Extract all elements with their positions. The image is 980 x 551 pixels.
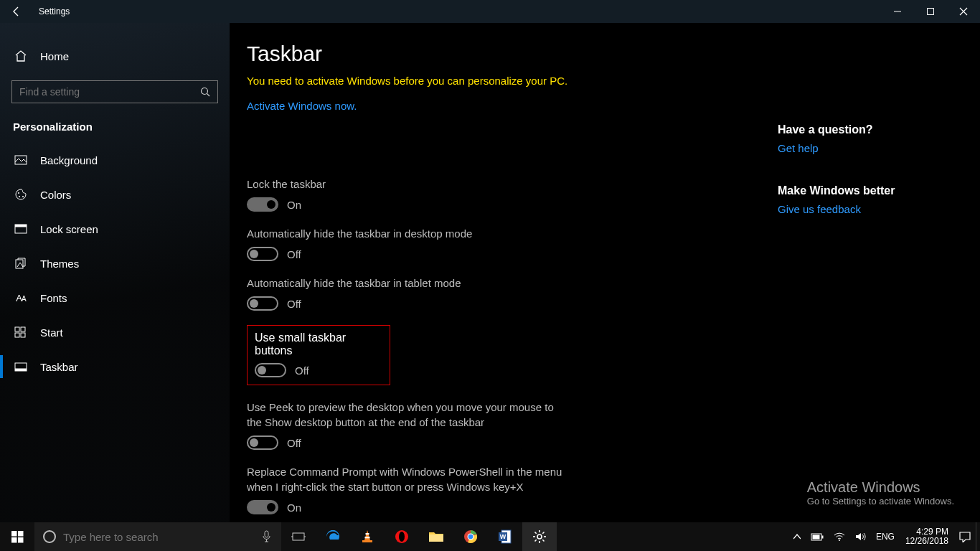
titlebar: Settings bbox=[0, 0, 980, 23]
search-box[interactable] bbox=[11, 80, 218, 103]
setting-autohide-tablet: Automatically hide the taskbar in tablet… bbox=[247, 276, 562, 311]
activation-watermark: Activate Windows Go to Settings to activ… bbox=[807, 479, 954, 507]
taskbar-search-input[interactable] bbox=[63, 531, 255, 543]
setting-peek: Use Peek to preview the desktop when you… bbox=[247, 400, 562, 450]
svg-line-43 bbox=[542, 540, 544, 541]
svg-rect-47 bbox=[821, 535, 823, 538]
toggle-state: Off bbox=[287, 298, 301, 310]
clock-date: 12/26/2018 bbox=[905, 537, 948, 546]
home-button[interactable]: Home bbox=[0, 43, 230, 69]
taskbar-app-chrome[interactable] bbox=[453, 522, 488, 551]
sidebar-item-lockscreen[interactable]: Lock screen bbox=[0, 212, 230, 246]
app-title: Settings bbox=[39, 6, 70, 17]
show-desktop-button[interactable] bbox=[976, 522, 980, 551]
toggle-autohide-tablet[interactable] bbox=[247, 296, 278, 311]
taskbar-app-edge[interactable] bbox=[316, 522, 350, 551]
setting-label: Lock the taskbar bbox=[247, 176, 562, 192]
svg-rect-11 bbox=[15, 327, 19, 331]
setting-lock-taskbar: Lock the taskbar On bbox=[247, 176, 562, 212]
task-view-button[interactable] bbox=[281, 522, 316, 551]
feedback-link[interactable]: Give us feedback bbox=[778, 203, 950, 215]
tray-overflow-button[interactable] bbox=[788, 522, 806, 551]
watermark-title: Activate Windows bbox=[807, 479, 954, 496]
get-help-link[interactable]: Get help bbox=[778, 142, 950, 154]
setting-small-buttons-highlight: Use small taskbar buttons Off bbox=[247, 325, 390, 385]
toggle-state: Off bbox=[295, 364, 309, 377]
taskbar-search[interactable] bbox=[34, 522, 281, 551]
volume-icon[interactable] bbox=[850, 522, 871, 551]
taskbar-app-opera[interactable] bbox=[385, 522, 419, 551]
svg-rect-14 bbox=[21, 333, 25, 337]
activation-warning: You need to activate Windows before you … bbox=[247, 75, 980, 87]
svg-point-5 bbox=[18, 192, 19, 194]
palette-icon bbox=[14, 188, 27, 201]
toggle-state: Off bbox=[287, 437, 301, 449]
taskbar-app-vlc[interactable] bbox=[350, 522, 385, 551]
taskbar-app-explorer[interactable] bbox=[419, 522, 453, 551]
svg-point-6 bbox=[19, 196, 20, 197]
cortana-icon bbox=[43, 530, 56, 543]
svg-line-3 bbox=[207, 94, 210, 97]
toggle-state: Off bbox=[287, 248, 301, 260]
action-center-button[interactable] bbox=[954, 522, 976, 551]
svg-rect-17 bbox=[11, 531, 17, 537]
sidebar-item-taskbar[interactable]: Taskbar bbox=[0, 349, 230, 384]
toggle-autohide-desktop[interactable] bbox=[247, 247, 278, 261]
svg-rect-30 bbox=[429, 534, 443, 542]
start-button[interactable] bbox=[0, 522, 34, 551]
picture-icon bbox=[14, 155, 27, 165]
search-input[interactable] bbox=[19, 86, 200, 98]
sidebar-item-label: Background bbox=[40, 154, 98, 166]
search-icon bbox=[200, 87, 210, 97]
svg-rect-26 bbox=[366, 533, 369, 534]
taskbar-app-settings[interactable] bbox=[522, 522, 557, 551]
toggle-small-buttons[interactable] bbox=[255, 363, 286, 377]
svg-point-33 bbox=[468, 534, 473, 540]
svg-point-37 bbox=[537, 534, 542, 539]
sidebar-item-start[interactable]: Start bbox=[0, 315, 230, 349]
battery-icon[interactable] bbox=[806, 522, 829, 551]
svg-point-2 bbox=[202, 88, 208, 95]
svg-rect-21 bbox=[265, 531, 268, 537]
activate-link[interactable]: Activate Windows now. bbox=[247, 100, 357, 112]
svg-rect-1 bbox=[928, 9, 934, 15]
svg-rect-20 bbox=[18, 537, 24, 543]
wifi-icon[interactable] bbox=[829, 522, 850, 551]
toggle-powershell[interactable] bbox=[247, 500, 278, 514]
svg-rect-12 bbox=[21, 327, 25, 331]
minimize-button[interactable] bbox=[881, 0, 914, 23]
windows-taskbar: W ENG 4:29 PM 12/26/2018 bbox=[0, 522, 980, 551]
setting-autohide-desktop: Automatically hide the taskbar in deskto… bbox=[247, 226, 562, 261]
clock[interactable]: 4:29 PM 12/26/2018 bbox=[900, 527, 954, 546]
setting-label: Use small taskbar buttons bbox=[255, 331, 382, 357]
sidebar-item-background[interactable]: Background bbox=[0, 143, 230, 177]
svg-line-44 bbox=[542, 532, 544, 534]
sidebar: Home Personalization Background Colors L… bbox=[0, 23, 230, 522]
svg-text:W: W bbox=[500, 533, 507, 540]
toggle-state: On bbox=[287, 501, 301, 514]
sidebar-item-themes[interactable]: Themes bbox=[0, 246, 230, 281]
watermark-subtitle: Go to Settings to activate Windows. bbox=[807, 496, 954, 507]
svg-point-49 bbox=[839, 540, 840, 541]
sidebar-item-label: Colors bbox=[40, 189, 71, 201]
toggle-lock-taskbar[interactable] bbox=[247, 197, 278, 212]
maximize-button[interactable] bbox=[914, 0, 947, 23]
sidebar-item-fonts[interactable]: AA Fonts bbox=[0, 281, 230, 315]
taskbar-app-word[interactable]: W bbox=[488, 522, 522, 551]
close-button[interactable] bbox=[947, 0, 980, 23]
svg-line-42 bbox=[535, 532, 537, 534]
setting-label: Replace Command Prompt with Windows Powe… bbox=[247, 464, 562, 494]
back-button[interactable] bbox=[10, 5, 23, 18]
start-icon bbox=[14, 326, 27, 338]
setting-label: Use Peek to preview the desktop when you… bbox=[247, 400, 562, 430]
page-title: Taskbar bbox=[247, 42, 980, 66]
main-content: Taskbar You need to activate Windows bef… bbox=[230, 23, 980, 522]
sidebar-item-label: Themes bbox=[40, 258, 79, 270]
sidebar-item-colors[interactable]: Colors bbox=[0, 177, 230, 212]
toggle-peek[interactable] bbox=[247, 435, 278, 450]
toggle-state: On bbox=[287, 199, 301, 211]
mic-icon[interactable] bbox=[262, 530, 281, 543]
setting-powershell: Replace Command Prompt with Windows Powe… bbox=[247, 464, 562, 514]
language-indicator[interactable]: ENG bbox=[871, 522, 900, 551]
themes-icon bbox=[14, 257, 27, 270]
